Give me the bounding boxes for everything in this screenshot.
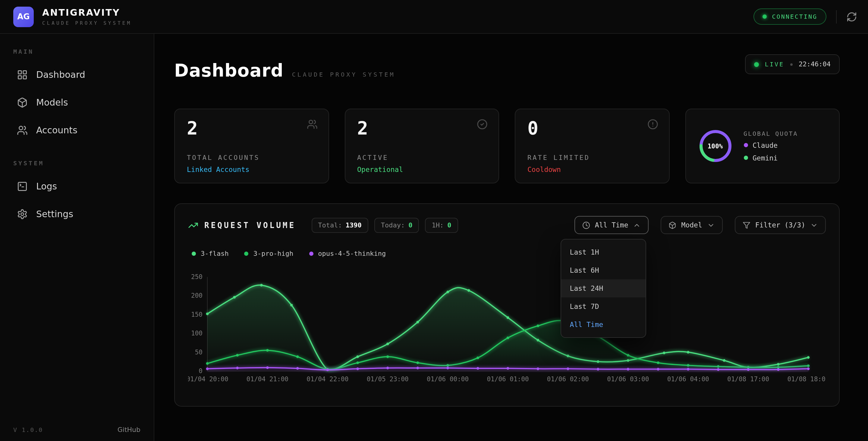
one-hour-pill: 1H: 0 — [425, 217, 458, 233]
stat-value: 2 — [187, 118, 316, 139]
svg-text:01/06 03:00: 01/06 03:00 — [607, 376, 649, 383]
legend-label: opus-4-5-thinking — [318, 250, 386, 258]
connection-status-badge[interactable]: CONNECTING — [753, 8, 827, 25]
sidebar-item-logs[interactable]: Logs — [13, 173, 141, 200]
legend-label: 3-flash — [201, 250, 229, 258]
model-button[interactable]: Model — [661, 216, 723, 234]
today-pill: Today: 0 — [374, 217, 419, 233]
sidebar-item-label: Dashboard — [36, 69, 85, 80]
filter-button[interactable]: Filter (3/3) — [735, 216, 826, 234]
stat-pills: Total: 1390 Today: 0 1H: 0 — [311, 217, 458, 233]
stat-label: ACTIVE — [357, 154, 389, 162]
time-range-button[interactable]: All Time — [575, 216, 649, 234]
box-icon — [17, 97, 28, 108]
svg-text:01/06 01:00: 01/06 01:00 — [487, 376, 529, 383]
live-label: LIVE — [765, 61, 784, 67]
svg-text:01/08 17:00: 01/08 17:00 — [727, 376, 769, 383]
page-title: Dashboard — [174, 60, 284, 81]
stat-value: 2 — [357, 118, 487, 139]
nav-section-system: SYSTEM Logs Settings — [13, 160, 141, 228]
gear-icon — [17, 209, 28, 219]
topbar: AG ANTIGRAVITY CLAUDE PROXY SYSTEM CONNE… — [0, 0, 868, 34]
nav-section-label: MAIN — [13, 48, 141, 55]
dropdown-item-last-6h[interactable]: Last 6H — [561, 261, 646, 279]
nav-section-label: SYSTEM — [13, 160, 141, 167]
nav-section-main: MAIN Dashboard Models Accounts — [13, 48, 141, 144]
chevron-down-icon — [810, 221, 818, 229]
time-range-label: All Time — [595, 221, 628, 229]
separator-dot-icon — [790, 63, 793, 65]
series-dot-icon — [309, 252, 313, 256]
svg-text:01/08 18:00: 01/08 18:00 — [787, 376, 826, 383]
model-button-label: Model — [681, 221, 702, 229]
stat-card-rate-limited: 0 RATE LIMITED Cooldown — [515, 109, 670, 183]
cube-icon — [669, 221, 677, 229]
claude-dot-icon — [744, 143, 748, 147]
alert-circle-icon — [647, 119, 658, 130]
svg-text:01/04 22:00: 01/04 22:00 — [307, 376, 348, 383]
dropdown-item-all-time[interactable]: All Time — [561, 316, 646, 333]
quota-legend-label: Gemini — [752, 153, 778, 162]
dropdown-item-last-7d[interactable]: Last 7D — [561, 297, 646, 316]
stat-label: TOTAL ACCOUNTS — [187, 154, 259, 162]
page-subtitle: CLAUDE PROXY SYSTEM — [292, 71, 396, 78]
svg-text:250: 250 — [191, 273, 203, 281]
stat-card-total-accounts: 2 TOTAL ACCOUNTS Linked Accounts — [174, 109, 329, 183]
stats-row: 2 TOTAL ACCOUNTS Linked Accounts 2 ACTIV… — [174, 109, 840, 183]
stat-value: 0 — [527, 118, 657, 139]
status-dot-icon — [763, 14, 767, 19]
live-badge: LIVE 22:46:04 — [745, 54, 840, 74]
topbar-right: CONNECTING — [753, 8, 857, 25]
svg-text:0: 0 — [198, 368, 203, 375]
quota-legend-gemini: Gemini — [744, 153, 798, 162]
filter-funnel-icon — [743, 221, 750, 229]
stat-sub: Cooldown — [527, 165, 561, 174]
chevron-down-icon — [707, 221, 715, 229]
clock-icon — [582, 221, 590, 229]
sidebar-item-dashboard[interactable]: Dashboard — [13, 61, 141, 89]
svg-text:200: 200 — [191, 292, 203, 299]
legend-item-3-flash: 3-flash — [192, 250, 229, 258]
sidebar-item-models[interactable]: Models — [13, 89, 141, 116]
quota-percent: 100% — [698, 128, 733, 164]
sidebar-item-label: Settings — [36, 209, 73, 219]
chart-canvas: 05010015020025001/04 20:0001/04 21:0001/… — [188, 272, 826, 387]
quota-info: GLOBAL QUOTA Claude Gemini — [744, 130, 798, 162]
dropdown-item-last-1h[interactable]: Last 1H — [561, 243, 646, 261]
users-icon — [17, 125, 28, 136]
stat-sub: Operational — [357, 165, 403, 174]
github-link[interactable]: GitHub — [118, 426, 141, 434]
svg-text:01/06 04:00: 01/06 04:00 — [667, 376, 709, 383]
svg-text:01/04 20:00: 01/04 20:00 — [188, 376, 228, 383]
legend-item-3-pro-high: 3-pro-high — [244, 250, 293, 258]
legend-item-opus-4-5-thinking: opus-4-5-thinking — [309, 250, 386, 258]
series-dot-icon — [192, 252, 196, 256]
quota-ring: 100% — [698, 128, 733, 164]
pill-label: Total: — [318, 221, 342, 229]
app-title: ANTIGRAVITY — [42, 7, 132, 18]
gemini-dot-icon — [744, 156, 748, 160]
svg-text:01/06 00:00: 01/06 00:00 — [427, 376, 469, 383]
main-content: Dashboard CLAUDE PROXY SYSTEM LIVE 22:46… — [154, 34, 868, 441]
chevron-up-icon — [633, 221, 641, 229]
svg-text:100: 100 — [191, 330, 203, 337]
request-volume-chart: 05010015020025001/04 20:0001/04 21:0001/… — [188, 272, 826, 389]
refresh-icon[interactable] — [846, 11, 857, 22]
legend-label: 3-pro-high — [253, 250, 293, 258]
live-dot-icon — [754, 62, 759, 67]
quota-legend-label: Claude — [752, 141, 778, 149]
app-subtitle: CLAUDE PROXY SYSTEM — [42, 21, 132, 26]
filter-button-label: Filter (3/3) — [755, 221, 805, 229]
page-title-row: Dashboard CLAUDE PROXY SYSTEM — [174, 60, 840, 81]
series-dot-icon — [244, 252, 249, 256]
stat-card-active: 2 ACTIVE Operational — [344, 109, 499, 183]
sidebar-item-settings[interactable]: Settings — [13, 200, 141, 228]
version-label: V 1.0.0 — [13, 427, 43, 433]
quota-label: GLOBAL QUOTA — [744, 130, 798, 137]
sidebar-item-accounts[interactable]: Accounts — [13, 116, 141, 144]
quota-legend-claude: Claude — [744, 141, 798, 149]
global-quota-card: 100% GLOBAL QUOTA Claude Gemini — [685, 109, 840, 183]
pill-value: 1390 — [346, 221, 362, 229]
dropdown-item-last-24h[interactable]: Last 24H — [561, 279, 646, 297]
stat-sub: Linked Accounts — [187, 165, 250, 174]
